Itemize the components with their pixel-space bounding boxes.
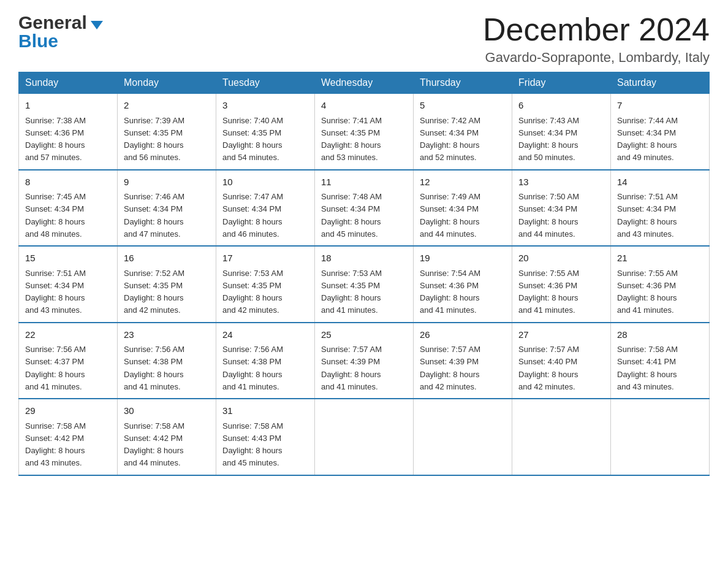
day-number: 2	[124, 99, 210, 113]
day-number: 30	[124, 404, 210, 418]
day-cell: 1 Sunrise: 7:38 AMSunset: 4:36 PMDayligh…	[19, 94, 118, 170]
day-cell: 14 Sunrise: 7:51 AMSunset: 4:34 PMDaylig…	[611, 170, 710, 247]
day-info: Sunrise: 7:53 AMSunset: 4:35 PMDaylight:…	[222, 269, 283, 315]
day-cell: 12 Sunrise: 7:49 AMSunset: 4:34 PMDaylig…	[414, 170, 512, 247]
day-info: Sunrise: 7:41 AMSunset: 4:35 PMDaylight:…	[321, 116, 382, 163]
week-row-4: 22 Sunrise: 7:56 AMSunset: 4:37 PMDaylig…	[19, 323, 710, 399]
header-day-wednesday: Wednesday	[315, 72, 414, 94]
day-cell: 6 Sunrise: 7:43 AMSunset: 4:34 PMDayligh…	[512, 94, 611, 170]
calendar-body: 1 Sunrise: 7:38 AMSunset: 4:36 PMDayligh…	[19, 94, 710, 475]
day-cell: 5 Sunrise: 7:42 AMSunset: 4:34 PMDayligh…	[414, 94, 512, 170]
day-number: 21	[617, 251, 703, 266]
day-cell: 17 Sunrise: 7:53 AMSunset: 4:35 PMDaylig…	[216, 246, 315, 323]
header-day-saturday: Saturday	[611, 72, 710, 94]
day-cell: 23 Sunrise: 7:56 AMSunset: 4:38 PMDaylig…	[118, 323, 216, 399]
week-row-5: 29 Sunrise: 7:58 AMSunset: 4:42 PMDaylig…	[19, 399, 710, 475]
day-number: 16	[124, 251, 210, 266]
day-info: Sunrise: 7:45 AMSunset: 4:34 PMDaylight:…	[25, 192, 86, 239]
day-number: 1	[25, 99, 111, 113]
day-info: Sunrise: 7:44 AMSunset: 4:34 PMDaylight:…	[617, 116, 678, 163]
day-info: Sunrise: 7:43 AMSunset: 4:34 PMDaylight:…	[518, 116, 579, 163]
day-cell: 21 Sunrise: 7:55 AMSunset: 4:36 PMDaylig…	[611, 246, 710, 323]
day-number: 23	[124, 328, 210, 342]
day-cell: 15 Sunrise: 7:51 AMSunset: 4:34 PMDaylig…	[19, 246, 118, 323]
day-number: 24	[222, 328, 308, 342]
day-cell: 16 Sunrise: 7:52 AMSunset: 4:35 PMDaylig…	[118, 246, 216, 323]
day-cell: 26 Sunrise: 7:57 AMSunset: 4:39 PMDaylig…	[414, 323, 512, 399]
day-number: 27	[518, 328, 604, 342]
day-cell: 13 Sunrise: 7:50 AMSunset: 4:34 PMDaylig…	[512, 170, 611, 247]
day-info: Sunrise: 7:38 AMSunset: 4:36 PMDaylight:…	[25, 116, 86, 163]
header-day-friday: Friday	[512, 72, 611, 94]
logo-triangle-icon	[91, 21, 103, 29]
day-cell: 2 Sunrise: 7:39 AMSunset: 4:35 PMDayligh…	[118, 94, 216, 170]
day-number: 4	[321, 99, 407, 113]
day-info: Sunrise: 7:58 AMSunset: 4:43 PMDaylight:…	[222, 421, 283, 468]
day-number: 12	[420, 175, 506, 190]
day-info: Sunrise: 7:57 AMSunset: 4:39 PMDaylight:…	[420, 345, 480, 391]
calendar-table: SundayMondayTuesdayWednesdayThursdayFrid…	[18, 72, 710, 476]
day-cell: 3 Sunrise: 7:40 AMSunset: 4:35 PMDayligh…	[216, 94, 315, 170]
day-cell: 29 Sunrise: 7:58 AMSunset: 4:42 PMDaylig…	[19, 399, 118, 475]
day-cell: 24 Sunrise: 7:56 AMSunset: 4:38 PMDaylig…	[216, 323, 315, 399]
day-cell: 4 Sunrise: 7:41 AMSunset: 4:35 PMDayligh…	[315, 94, 414, 170]
day-number: 17	[222, 251, 308, 266]
day-cell	[512, 399, 611, 475]
day-info: Sunrise: 7:40 AMSunset: 4:35 PMDaylight:…	[222, 116, 283, 163]
day-info: Sunrise: 7:46 AMSunset: 4:34 PMDaylight:…	[124, 192, 184, 239]
day-cell: 27 Sunrise: 7:57 AMSunset: 4:40 PMDaylig…	[512, 323, 611, 399]
day-number: 19	[420, 251, 506, 266]
day-cell: 18 Sunrise: 7:53 AMSunset: 4:35 PMDaylig…	[315, 246, 414, 323]
day-info: Sunrise: 7:57 AMSunset: 4:40 PMDaylight:…	[518, 345, 579, 391]
day-cell	[414, 399, 512, 475]
day-number: 10	[222, 175, 308, 190]
day-number: 26	[420, 328, 506, 342]
header-row: SundayMondayTuesdayWednesdayThursdayFrid…	[19, 72, 710, 94]
day-number: 20	[518, 251, 604, 266]
day-info: Sunrise: 7:55 AMSunset: 4:36 PMDaylight:…	[518, 269, 579, 315]
day-cell: 9 Sunrise: 7:46 AMSunset: 4:34 PMDayligh…	[118, 170, 216, 247]
day-cell: 20 Sunrise: 7:55 AMSunset: 4:36 PMDaylig…	[512, 246, 611, 323]
day-cell: 8 Sunrise: 7:45 AMSunset: 4:34 PMDayligh…	[19, 170, 118, 247]
week-row-1: 1 Sunrise: 7:38 AMSunset: 4:36 PMDayligh…	[19, 94, 710, 170]
day-number: 7	[617, 99, 703, 113]
day-info: Sunrise: 7:53 AMSunset: 4:35 PMDaylight:…	[321, 269, 382, 315]
logo: General Blue	[18, 12, 103, 52]
day-cell: 28 Sunrise: 7:58 AMSunset: 4:41 PMDaylig…	[611, 323, 710, 399]
day-number: 9	[124, 175, 210, 190]
day-number: 15	[25, 251, 111, 266]
day-info: Sunrise: 7:58 AMSunset: 4:42 PMDaylight:…	[124, 421, 184, 468]
day-info: Sunrise: 7:51 AMSunset: 4:34 PMDaylight:…	[617, 192, 678, 239]
day-cell: 19 Sunrise: 7:54 AMSunset: 4:36 PMDaylig…	[414, 246, 512, 323]
day-number: 31	[222, 404, 308, 418]
day-number: 28	[617, 328, 703, 342]
day-info: Sunrise: 7:58 AMSunset: 4:41 PMDaylight:…	[617, 345, 678, 391]
week-row-2: 8 Sunrise: 7:45 AMSunset: 4:34 PMDayligh…	[19, 170, 710, 247]
day-number: 6	[518, 99, 604, 113]
day-cell: 22 Sunrise: 7:56 AMSunset: 4:37 PMDaylig…	[19, 323, 118, 399]
day-info: Sunrise: 7:49 AMSunset: 4:34 PMDaylight:…	[420, 192, 480, 239]
day-info: Sunrise: 7:55 AMSunset: 4:36 PMDaylight:…	[617, 269, 678, 315]
day-info: Sunrise: 7:56 AMSunset: 4:37 PMDaylight:…	[25, 345, 86, 391]
day-cell	[315, 399, 414, 475]
day-info: Sunrise: 7:56 AMSunset: 4:38 PMDaylight:…	[124, 345, 184, 391]
day-cell: 10 Sunrise: 7:47 AMSunset: 4:34 PMDaylig…	[216, 170, 315, 247]
day-number: 3	[222, 99, 308, 113]
day-number: 8	[25, 175, 111, 190]
day-number: 13	[518, 175, 604, 190]
location-subtitle: Gavardo-Sopraponte, Lombardy, Italy	[483, 50, 710, 66]
day-info: Sunrise: 7:47 AMSunset: 4:34 PMDaylight:…	[222, 192, 283, 239]
day-number: 14	[617, 175, 703, 190]
month-title: December 2024	[483, 12, 710, 47]
day-info: Sunrise: 7:56 AMSunset: 4:38 PMDaylight:…	[222, 345, 283, 391]
day-number: 11	[321, 175, 407, 190]
day-info: Sunrise: 7:52 AMSunset: 4:35 PMDaylight:…	[124, 269, 184, 315]
day-info: Sunrise: 7:57 AMSunset: 4:39 PMDaylight:…	[321, 345, 382, 391]
day-info: Sunrise: 7:54 AMSunset: 4:36 PMDaylight:…	[420, 269, 480, 315]
page-header: General Blue December 2024 Gavardo-Sopra…	[18, 12, 710, 66]
day-cell: 30 Sunrise: 7:58 AMSunset: 4:42 PMDaylig…	[118, 399, 216, 475]
logo-blue-text: Blue	[18, 31, 58, 52]
day-number: 25	[321, 328, 407, 342]
day-cell: 31 Sunrise: 7:58 AMSunset: 4:43 PMDaylig…	[216, 399, 315, 475]
day-info: Sunrise: 7:42 AMSunset: 4:34 PMDaylight:…	[420, 116, 480, 163]
